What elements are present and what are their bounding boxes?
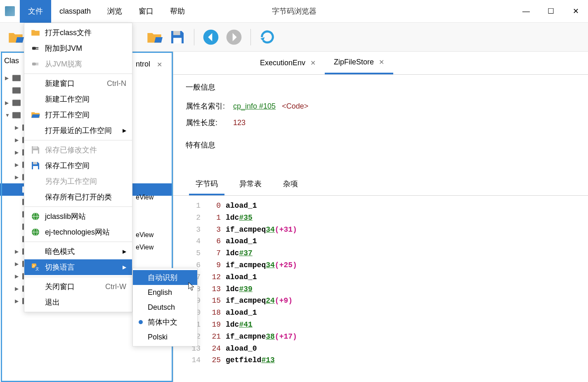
language-option[interactable]: Polski (133, 330, 197, 344)
menu-item-label: 新建工作空间 (45, 94, 126, 104)
submenu-arrow-icon: ▶ (123, 128, 126, 133)
cp-ref-link[interactable]: 38 (266, 331, 275, 343)
menu-item[interactable]: 关闭窗口Ctrl-W (24, 279, 132, 294)
menu-item-label: 打开工作空间 (45, 110, 126, 120)
attr-len-value: 123 (233, 119, 246, 127)
menu-item[interactable]: 打开最近的工作空间▶ (24, 123, 132, 138)
tree-text-fragment: eView (136, 244, 153, 251)
bytecode-line: 33 if_acmpeq 34 (+31) (191, 224, 571, 236)
blank-icon (30, 177, 41, 186)
menu-item[interactable]: 保存工作空间 (24, 158, 132, 173)
blank-icon (30, 126, 41, 135)
menu-item[interactable]: ej-technologies网站 (24, 224, 132, 240)
svg-rect-4 (12, 100, 21, 106)
language-label: Polski (148, 333, 168, 342)
menu-separator (24, 242, 132, 242)
cp-ref-link[interactable]: #37 (239, 247, 252, 259)
menu-item-label: 退出 (45, 297, 126, 307)
cp-ref-link[interactable]: #41 (239, 319, 252, 331)
attr-name-label: 属性名索引: (186, 101, 231, 111)
menu-item[interactable]: 退出 (24, 294, 132, 310)
bytecode-line: 46 aload_1 (191, 235, 571, 247)
menu-item: 保存已修改文件 (24, 142, 132, 158)
open-file-icon[interactable] (7, 29, 24, 45)
section-general: 一般信息 (186, 82, 576, 92)
menu-item-label: 关闭窗口 (45, 282, 97, 292)
sub-tab-exception[interactable]: 异常表 (233, 174, 268, 195)
blank-icon (30, 282, 41, 291)
cp-ref-link[interactable]: #39 (239, 283, 252, 295)
bytecode-line: 10 aload_1 (191, 200, 571, 212)
menu-bar: 文件 classpath 浏览 窗口 帮助 (20, 0, 193, 23)
svg-rect-24 (32, 62, 36, 65)
menu-item[interactable]: 新建窗口Ctrl-N (24, 76, 132, 91)
tree-text-fragment: eView (136, 231, 153, 239)
language-option[interactable]: 自动识别 (133, 270, 197, 285)
svg-rect-27 (33, 146, 37, 149)
svg-rect-2 (12, 75, 21, 81)
menu-item[interactable]: 暗色模式▶ (24, 244, 132, 259)
menu-item[interactable]: 保存所有已打开的类 (24, 189, 132, 205)
sub-tab-misc[interactable]: 杂项 (276, 174, 305, 195)
cp-ref-link[interactable]: 24 (266, 295, 275, 307)
svg-rect-28 (33, 150, 38, 154)
tab-label: ZipFileStore (334, 58, 374, 66)
svg-rect-5 (12, 112, 21, 119)
sub-tab-bytecode[interactable]: 字节码 (189, 174, 224, 195)
menu-item[interactable]: 附加到JVM (24, 40, 132, 56)
cp-ref-link[interactable]: #13 (261, 354, 274, 366)
cp-info-link[interactable]: cp_info #105 (233, 102, 276, 110)
attr-len-label: 属性长度: (186, 118, 231, 128)
bytecode-view: 10 aload_121 ldc #35 33 if_acmpeq 34 (+3… (173, 196, 588, 370)
code-tag: <Code> (282, 102, 308, 110)
editor-tab[interactable]: ZipFileStore✕ (325, 52, 393, 74)
bytecode-line: 1425 getfield #13 (191, 354, 571, 366)
menu-item: 另存为工作空间 (24, 173, 132, 189)
menu-browse[interactable]: 浏览 (99, 0, 130, 23)
menu-item[interactable]: 打开工作空间 (24, 107, 132, 123)
editor-tab[interactable]: ExecutionEnv✕ (251, 52, 325, 74)
app-title: 字节码浏览器 (272, 6, 316, 16)
refresh-icon[interactable] (259, 29, 276, 45)
svg-rect-29 (33, 162, 37, 164)
menu-item-label: 打开class文件 (45, 28, 126, 38)
menu-item[interactable]: 打开class文件 (24, 25, 132, 40)
menu-item[interactable]: 新建工作空间 (24, 91, 132, 107)
bytecode-line: 813 ldc #39 (191, 283, 571, 295)
open-workspace-icon[interactable] (146, 29, 163, 45)
maximize-button[interactable]: ☐ (538, 0, 563, 23)
cp-ref-link[interactable]: #35 (239, 212, 252, 224)
close-icon[interactable]: ✕ (310, 59, 316, 67)
bytecode-line: 712 aload_1 (191, 271, 571, 283)
bytecode-line: 1119 ldc #41 (191, 319, 571, 331)
menu-item-label: 保存已修改文件 (45, 145, 126, 155)
bytecode-line: 69 if_acmpeq 34 (+25) (191, 259, 571, 271)
menu-item[interactable]: A文切换语言▶ (24, 259, 132, 275)
folder-open-icon (30, 110, 41, 119)
menu-help[interactable]: 帮助 (162, 0, 193, 23)
menu-file[interactable]: 文件 (20, 0, 51, 23)
minimize-button[interactable]: — (514, 0, 538, 23)
bytecode-line: 1018 aload_1 (191, 307, 571, 319)
menu-item[interactable]: jclasslib网站 (24, 209, 132, 224)
cp-ref-link[interactable]: 34 (266, 259, 275, 271)
language-option[interactable]: Deutsch (133, 300, 197, 315)
close-icon[interactable]: ✕ (379, 58, 384, 66)
menu-item-label: 附加到JVM (45, 43, 126, 53)
language-submenu: 自动识别EnglishDeutsch简体中文Polski (132, 268, 198, 346)
menu-item: 从JVM脱离 (24, 56, 132, 72)
save-icon (30, 161, 41, 170)
close-button[interactable]: ✕ (563, 0, 588, 23)
close-icon[interactable]: ✕ (157, 61, 162, 69)
language-option[interactable]: English (133, 285, 197, 300)
menu-classpath[interactable]: classpath (51, 0, 99, 23)
save-icon[interactable] (169, 29, 186, 45)
menu-accelerator: Ctrl-N (107, 79, 126, 88)
cp-ref-link[interactable]: 34 (266, 224, 275, 236)
plug-grey-icon (30, 59, 41, 69)
tree-text-fragment: eView (136, 194, 153, 201)
language-option[interactable]: 简体中文 (133, 315, 197, 330)
menu-window[interactable]: 窗口 (130, 0, 162, 23)
blank-icon (30, 192, 41, 202)
back-icon[interactable] (203, 29, 219, 45)
